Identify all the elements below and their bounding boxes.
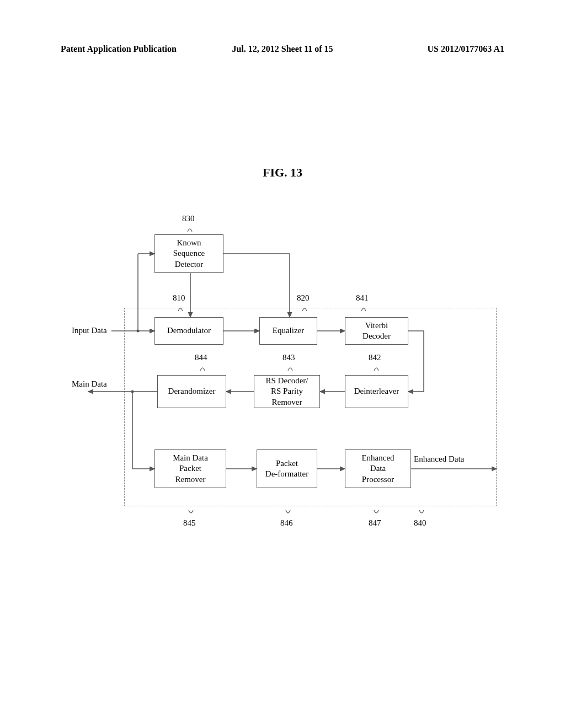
ref-843: 843 [282, 353, 295, 362]
header-center: Jul. 12, 2012 Sheet 11 of 15 [209, 44, 356, 54]
header-left: Patent Application Publication [61, 44, 209, 54]
ref-tick-844 [199, 364, 205, 372]
svg-point-20 [131, 390, 134, 393]
block-main-remover: Main Data Packet Remover [154, 449, 226, 488]
block-deinterleaver: Deinterleaver [345, 375, 408, 408]
ref-tick-847 [373, 509, 379, 517]
ref-847: 847 [369, 518, 381, 528]
diagram: Known Sequence Detector Demodulator Equa… [88, 210, 475, 540]
label-main-data: Main Data [72, 379, 107, 389]
block-rs: RS Decoder/ RS Parity Remover [254, 375, 320, 408]
ref-tick-820 [301, 304, 307, 312]
ref-tick-810 [177, 304, 183, 312]
figure-label: FIG. 13 [0, 165, 565, 180]
ref-tick-846 [285, 509, 290, 517]
label-enhanced-data: Enhanced Data [414, 454, 464, 464]
ref-820: 820 [297, 293, 310, 303]
ref-tick-841 [360, 304, 366, 312]
ref-841: 841 [356, 293, 369, 303]
block-known-sequence-detector: Known Sequence Detector [154, 234, 223, 273]
ref-tick-840 [418, 509, 424, 517]
block-equalizer: Equalizer [259, 317, 317, 345]
ref-840: 840 [414, 518, 427, 528]
svg-point-19 [137, 330, 140, 333]
block-enhanced-proc: Enhanced Data Processor [345, 449, 411, 488]
ref-tick-845 [188, 509, 193, 517]
header-right: US 2012/0177063 A1 [356, 44, 504, 54]
ref-810: 810 [173, 293, 185, 303]
block-derandomizer: Derandomizer [157, 375, 226, 408]
ref-830: 830 [182, 214, 195, 223]
block-viterbi-decoder: Viterbi Decoder [345, 317, 408, 345]
ref-845: 845 [183, 518, 196, 528]
ref-844: 844 [195, 353, 207, 362]
ref-846: 846 [280, 518, 293, 528]
label-input-data: Input Data [72, 326, 107, 335]
ref-tick-830 [186, 225, 192, 233]
ref-tick-843 [287, 364, 292, 372]
ref-842: 842 [369, 353, 381, 362]
block-deformatter: Packet De-formatter [257, 449, 317, 488]
ref-tick-842 [373, 364, 379, 372]
block-demodulator: Demodulator [154, 317, 223, 345]
